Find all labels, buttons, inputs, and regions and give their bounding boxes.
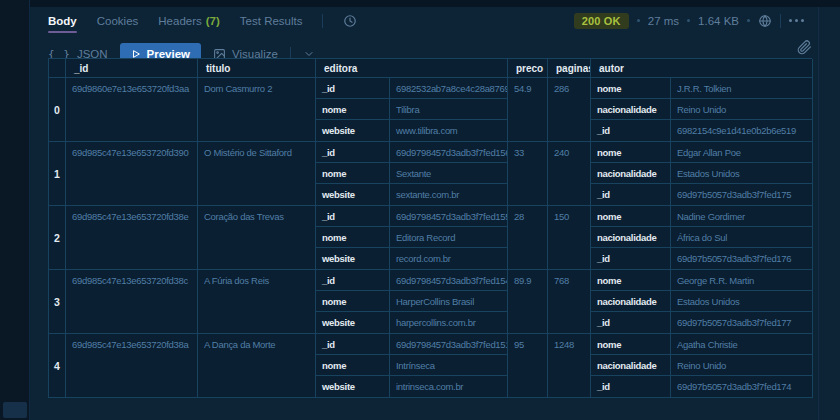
col-header-preco: preco [508, 59, 548, 78]
cell-titulo: A Fúria dos Reis [198, 270, 316, 334]
row-index: 4 [49, 334, 66, 398]
col-header-paginas: paginas [548, 59, 591, 78]
row-index: 2 [49, 206, 66, 270]
autor-key-nome: nome [591, 206, 671, 226]
autor-key-id: _id [591, 248, 671, 269]
cell-editora: _id6982532ab7a8ce4c28a8769f nomeTilibra … [316, 78, 508, 142]
editora-key-website: website [316, 312, 390, 333]
autor-nome: Agatha Christie [671, 334, 812, 354]
autor-id: 69d97b5057d3adb3f7fed175 [671, 184, 812, 205]
tab-headers[interactable]: Headers (7) [158, 15, 220, 27]
cell-preco: 54.9 [508, 78, 548, 142]
cell-autor: nomeGeorge R.R. Martin nacionalidadeEsta… [591, 270, 813, 334]
editora-nome: Sextante [390, 163, 507, 183]
panel-right-divider [818, 7, 819, 420]
table-header-row: _id titulo editora preco paginas autor [49, 59, 812, 78]
editora-key-nome: nome [316, 163, 390, 183]
cell-paginas: 768 [548, 270, 591, 334]
autor-nacionalidade: Reino Unido [671, 99, 812, 119]
editora-key-id: _id [316, 206, 390, 226]
editora-website: www.tilibra.com [390, 120, 507, 141]
autor-key-nacionalidade: nacionalidade [591, 99, 671, 119]
autor-id: 69d97b5057d3adb3f7fed177 [671, 312, 812, 333]
editora-key-website: website [316, 184, 390, 205]
autor-nome: Nadine Gordimer [671, 206, 812, 226]
row-index: 3 [49, 270, 66, 334]
row-index: 0 [49, 78, 66, 142]
response-panel: Body Cookies Headers (7) Test Results 20… [0, 0, 840, 420]
response-time: 27 ms [648, 15, 679, 27]
autor-nacionalidade: Estados Unidos [671, 163, 812, 183]
col-header-titulo: titulo [198, 59, 316, 78]
more-options-icon[interactable] [789, 19, 804, 22]
tab-body-label: Body [48, 15, 77, 27]
separator-dot [747, 19, 750, 22]
editora-id: 6982532ab7a8ce4c28a8769f [390, 78, 507, 98]
editora-website: intrinseca.com.br [390, 376, 507, 397]
table-row: 1 69d985c47e13e653720fd390 O Mistério de… [49, 142, 812, 206]
cell-paginas: 1248 [548, 334, 591, 398]
editora-key-id: _id [316, 270, 390, 290]
paperclip-link-icon[interactable] [797, 40, 812, 55]
tab-cookies[interactable]: Cookies [97, 15, 139, 27]
autor-id: 6982154c9e1d41e0b2b6e519 [671, 120, 812, 141]
editora-key-nome: nome [316, 355, 390, 375]
editora-key-id: _id [316, 78, 390, 98]
editora-nome: Tilibra [390, 99, 507, 119]
table-row: 3 69d985c47e13e653720fd38c A Fúria dos R… [49, 270, 812, 334]
tab-headers-label: Headers [158, 15, 201, 27]
autor-key-id: _id [591, 120, 671, 141]
tab-body[interactable]: Body [48, 15, 77, 27]
autor-nome: George R.R. Martin [671, 270, 812, 290]
tab-test-results-label: Test Results [240, 15, 303, 27]
editora-key-id: _id [316, 334, 390, 354]
editora-key-website: website [316, 120, 390, 141]
tab-test-results[interactable]: Test Results [240, 15, 303, 27]
response-tabs-row: Body Cookies Headers (7) Test Results 20… [30, 7, 840, 34]
col-header-index [49, 59, 66, 78]
toolbar-divider [322, 14, 323, 28]
cell-paginas: 150 [548, 206, 591, 270]
editora-website: sextante.com.br [390, 184, 507, 205]
cell-paginas: 240 [548, 142, 591, 206]
response-body-panel: Body Cookies Headers (7) Test Results 20… [30, 7, 840, 420]
cell-id: 69d985c47e13e653720fd390 [66, 142, 198, 206]
top-window-strip [0, 0, 840, 7]
sidebar-scrollbar-thumb[interactable] [3, 402, 27, 418]
cell-titulo: Dom Casmurro 2 [198, 78, 316, 142]
cell-editora: _id69d9798457d3adb3f7fed151 nomeIntrínse… [316, 334, 508, 398]
autor-key-nacionalidade: nacionalidade [591, 227, 671, 247]
editora-website: harpercollins.com.br [390, 312, 507, 333]
preview-table: _id titulo editora preco paginas autor 0… [48, 58, 812, 398]
autor-key-nome: nome [591, 334, 671, 354]
cell-autor: nomeEdgar Allan Poe nacionalidadeEstados… [591, 142, 813, 206]
cell-editora: _id69d9798457d3adb3f7fed154 nomeHarperCo… [316, 270, 508, 334]
globe-icon[interactable] [758, 14, 772, 28]
autor-nome: Edgar Allan Poe [671, 142, 812, 162]
cell-autor: nomeNadine Gordimer nacionalidadeÁfrica … [591, 206, 813, 270]
editora-nome: Editora Record [390, 227, 507, 247]
cell-preco: 89.9 [508, 270, 548, 334]
autor-key-nacionalidade: nacionalidade [591, 163, 671, 183]
editora-key-id: _id [316, 142, 390, 162]
autor-key-nome: nome [591, 78, 671, 98]
headers-count-badge: (7) [206, 15, 220, 27]
editora-key-website: website [316, 376, 390, 397]
cell-editora: _id69d9798457d3adb3f7fed155 nomeEditora … [316, 206, 508, 270]
editora-website: record.com.br [390, 248, 507, 269]
cell-autor: nomeJ.R.R. Tolkien nacionalidadeReino Un… [591, 78, 813, 142]
history-clock-icon[interactable] [343, 14, 357, 28]
tab-cookies-label: Cookies [97, 15, 139, 27]
cell-preco: 95 [508, 334, 548, 398]
cell-titulo: Coração das Trevas [198, 206, 316, 270]
cell-paginas: 286 [548, 78, 591, 142]
col-header-id: _id [66, 59, 198, 78]
editora-key-nome: nome [316, 291, 390, 311]
editora-id: 69d9798457d3adb3f7fed156 [390, 142, 507, 162]
autor-key-id: _id [591, 312, 671, 333]
autor-key-nacionalidade: nacionalidade [591, 291, 671, 311]
table-row: 0 69d9860e7e13e653720fd3aa Dom Casmurro … [49, 78, 812, 142]
editora-id: 69d9798457d3adb3f7fed155 [390, 206, 507, 226]
toolbar-divider [780, 14, 781, 28]
autor-nacionalidade: Estados Unidos [671, 291, 812, 311]
